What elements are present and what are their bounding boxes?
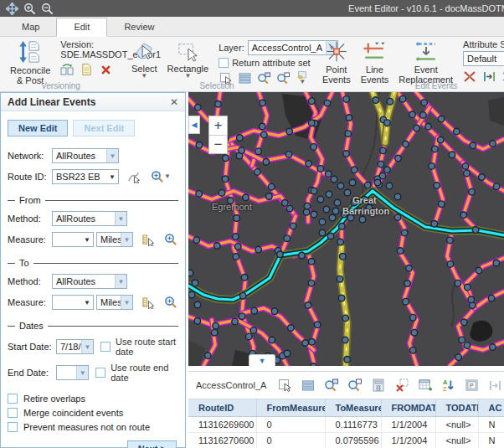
attribute-table-toolbar: AccessControl_A AZ P Save bbox=[188, 371, 504, 399]
zoom-in-icon[interactable] bbox=[23, 2, 37, 15]
panel-header: Add Linear Events ✕ bbox=[1, 93, 185, 111]
table-cell: 0.0795596 bbox=[325, 433, 381, 448]
rectangle-select-button[interactable]: Rectangle ▼ bbox=[164, 39, 213, 80]
select-dropdown-caret[interactable]: ▼ bbox=[141, 74, 147, 79]
map-zoom-out-button[interactable]: − bbox=[209, 135, 227, 153]
select-route-on-map-icon[interactable] bbox=[126, 170, 140, 183]
next-edit-button[interactable]: Next Edit bbox=[73, 120, 135, 136]
delete-version-icon[interactable] bbox=[99, 63, 112, 76]
table-row[interactable]: 1131627060000.07955961/1/2004<null>N bbox=[188, 433, 504, 448]
column-header[interactable]: TODATE bbox=[435, 399, 478, 417]
to-method-label: Method: bbox=[8, 276, 52, 286]
pan-icon[interactable] bbox=[5, 2, 19, 15]
column-header[interactable]: RouteID bbox=[188, 399, 256, 417]
prevent-measures-label: Prevent measures not on route bbox=[23, 422, 150, 432]
table-cell: 11316270600 bbox=[188, 433, 256, 448]
column-header[interactable]: FromMeasure bbox=[256, 399, 325, 417]
route-id-label: Route ID: bbox=[8, 172, 52, 182]
close-icon[interactable]: ✕ bbox=[170, 96, 178, 108]
add-record-icon[interactable] bbox=[418, 378, 432, 393]
table-cell: N bbox=[478, 433, 504, 448]
chevron-down-icon[interactable]: ▼ bbox=[81, 340, 93, 353]
chevron-down-icon[interactable]: ▼ bbox=[81, 233, 93, 246]
chevron-down-icon[interactable]: ▼ bbox=[121, 233, 132, 246]
map-zoom-in-button[interactable]: + bbox=[209, 116, 227, 135]
use-route-end-checkbox[interactable] bbox=[95, 368, 105, 378]
use-route-start-checkbox[interactable] bbox=[100, 342, 111, 352]
new-version-icon[interactable] bbox=[80, 63, 93, 76]
pan-to-selection-icon[interactable] bbox=[347, 378, 362, 393]
to-units-combobox[interactable]: Miles ▼ bbox=[96, 295, 133, 310]
zoom-to-measure-icon[interactable] bbox=[164, 233, 177, 246]
table-cell: 1/1/2004 bbox=[381, 417, 435, 433]
chevron-down-icon[interactable]: ▼ bbox=[121, 296, 132, 309]
reconcile-post-icon bbox=[18, 40, 43, 64]
zoom-to-route-icon[interactable]: ▼ bbox=[150, 170, 172, 183]
split-record-icon[interactable] bbox=[488, 378, 502, 393]
network-combobox[interactable]: AllRoutes ▼ bbox=[52, 148, 119, 163]
collapse-panel-icon[interactable]: ◀ bbox=[188, 116, 200, 134]
zoom-to-measure-icon[interactable] bbox=[164, 296, 177, 309]
to-method-combobox[interactable]: AllRoutes ▼ bbox=[52, 274, 127, 289]
to-section-divider: To bbox=[8, 258, 178, 268]
retire-overlaps-checkbox[interactable] bbox=[8, 394, 18, 404]
tab-edit[interactable]: Edit bbox=[56, 18, 107, 37]
from-units-combobox[interactable]: Miles ▼ bbox=[96, 232, 133, 247]
chevron-down-icon[interactable]: ▼ bbox=[115, 275, 126, 288]
column-header[interactable]: AC bbox=[478, 399, 504, 417]
map-zoom-control: + − bbox=[208, 116, 228, 154]
next-button[interactable]: Next > bbox=[127, 440, 177, 448]
merge-coincident-checkbox[interactable] bbox=[8, 408, 18, 418]
zoom-to-selection-icon[interactable] bbox=[324, 378, 338, 393]
select-features-icon[interactable] bbox=[277, 378, 291, 393]
rectangle-dropdown-caret[interactable]: ▼ bbox=[184, 74, 191, 79]
panel-title: Add Linear Events bbox=[8, 96, 170, 108]
calculator-icon[interactable] bbox=[371, 378, 385, 393]
chevron-down-icon[interactable]: ▼ bbox=[164, 174, 171, 179]
table-cell: 0 bbox=[256, 433, 325, 448]
from-measure-combobox[interactable]: ▼ bbox=[52, 232, 94, 247]
show-selected-records-icon[interactable] bbox=[301, 378, 315, 393]
attribute-set-icon[interactable]: P bbox=[465, 378, 479, 393]
chevron-down-icon[interactable]: ▼ bbox=[115, 212, 126, 225]
add-linear-events-panel: Add Linear Events ✕ New Edit Next Edit N… bbox=[0, 92, 186, 448]
ribbon: Versioning Reconcile & Post Version: SDE… bbox=[0, 37, 504, 92]
table-row[interactable]: 1131626960000.11167731/1/2004<null>N bbox=[188, 417, 504, 433]
map-canvas[interactable] bbox=[188, 92, 504, 366]
sort-icon[interactable]: AZ bbox=[441, 378, 455, 393]
return-attribute-checkbox[interactable] bbox=[219, 58, 229, 68]
attribute-set-combobox[interactable]: Default ▼ bbox=[463, 51, 504, 66]
point-events-button[interactable]: Point Events bbox=[319, 39, 354, 85]
collapse-table-icon[interactable]: ▼ bbox=[249, 354, 275, 366]
tab-map[interactable]: Map bbox=[5, 18, 56, 36]
group-label-edit-events: Edit Events bbox=[312, 81, 504, 90]
column-header[interactable]: ToMeasure bbox=[325, 399, 381, 417]
start-date-picker[interactable]: 7/18/ ▼ bbox=[56, 339, 94, 354]
chevron-down-icon[interactable]: ▼ bbox=[106, 170, 118, 183]
event-replacement-button[interactable]: Event Replacement bbox=[395, 39, 456, 85]
tab-review[interactable]: Review bbox=[107, 18, 171, 36]
group-selection: Selection Select ▼ Rectangle ▼ Lay bbox=[121, 37, 312, 91]
reconcile-post-button[interactable]: Reconcile & Post bbox=[7, 39, 54, 86]
column-header[interactable]: FROMDATE bbox=[381, 399, 435, 417]
from-method-combobox[interactable]: AllRoutes ▼ bbox=[52, 211, 127, 226]
attribute-table: RouteIDFromMeasureToMeasureFROMDATETODAT… bbox=[188, 399, 504, 448]
chevron-down-icon[interactable]: ▼ bbox=[81, 296, 93, 309]
end-date-picker[interactable]: ▼ bbox=[56, 365, 89, 380]
end-date-label: End Date: bbox=[8, 368, 56, 378]
route-id-combobox[interactable]: BSR23 EB ▼ bbox=[52, 169, 119, 184]
conflicts-icon[interactable] bbox=[60, 63, 74, 76]
select-button[interactable]: Select ▼ bbox=[128, 39, 161, 80]
line-events-button[interactable]: Line Events bbox=[357, 39, 393, 85]
prevent-measures-checkbox[interactable] bbox=[8, 422, 18, 432]
chevron-down-icon[interactable]: ▼ bbox=[106, 149, 118, 162]
chevron-down-icon[interactable]: ▼ bbox=[76, 366, 88, 379]
pick-measure-icon[interactable] bbox=[141, 296, 154, 309]
clear-selection-icon[interactable] bbox=[394, 378, 409, 393]
zoom-out-icon[interactable] bbox=[40, 2, 54, 15]
to-measure-combobox[interactable]: ▼ bbox=[52, 295, 94, 310]
table-cell: 0 bbox=[256, 417, 325, 433]
new-edit-button[interactable]: New Edit bbox=[8, 120, 68, 136]
map-view[interactable]: ◀ + − ▼ EgremontGreatBarrington bbox=[188, 92, 504, 366]
pick-measure-icon[interactable] bbox=[141, 233, 154, 246]
